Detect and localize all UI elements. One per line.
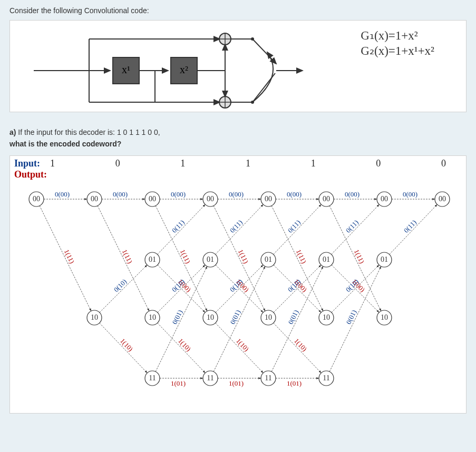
svg-text:11: 11 bbox=[323, 374, 329, 382]
svg-line-29 bbox=[98, 206, 149, 311]
input-label: Input: bbox=[14, 158, 50, 169]
svg-line-73 bbox=[274, 265, 321, 312]
svg-text:0(00): 0(00) bbox=[403, 190, 417, 198]
svg-text:0(00): 0(00) bbox=[113, 190, 128, 198]
input-bit: 1 bbox=[246, 158, 250, 169]
svg-text:10: 10 bbox=[149, 313, 156, 321]
svg-text:00: 00 bbox=[381, 195, 388, 203]
svg-text:01: 01 bbox=[265, 256, 272, 263]
part-a-label: a) bbox=[9, 128, 16, 136]
svg-text:01: 01 bbox=[207, 256, 214, 263]
svg-text:1(01): 1(01) bbox=[171, 379, 186, 387]
trellis-svg: 0(00)1(11)0(00)1(11)0(10)1(10)0(00)1(11)… bbox=[10, 183, 467, 414]
svg-text:0(00): 0(00) bbox=[287, 190, 302, 198]
svg-text:11: 11 bbox=[149, 374, 156, 382]
svg-line-61 bbox=[216, 323, 264, 373]
svg-text:00: 00 bbox=[323, 195, 330, 203]
svg-text:01: 01 bbox=[149, 256, 156, 263]
svg-line-45 bbox=[158, 323, 206, 373]
input-bit: 1 bbox=[50, 158, 55, 169]
svg-text:01: 01 bbox=[381, 256, 388, 263]
svg-text:0(11): 0(11) bbox=[402, 218, 418, 234]
input-bit: 1 bbox=[180, 158, 185, 169]
svg-text:1(11): 1(11) bbox=[63, 248, 76, 264]
svg-text:11: 11 bbox=[265, 374, 271, 382]
intro-text: Consider the following Convolutional cod… bbox=[9, 6, 467, 15]
generator-polynomials: G₁(x)=1+x² G₂(x)=1+x¹+x² bbox=[361, 28, 434, 59]
svg-line-97 bbox=[390, 204, 438, 254]
input-bit: 0 bbox=[376, 158, 381, 169]
svg-text:00: 00 bbox=[265, 195, 272, 203]
svg-line-31 bbox=[100, 265, 147, 312]
g1-equation: G₁(x)=1+x² bbox=[361, 28, 434, 44]
svg-line-55 bbox=[216, 204, 264, 254]
svg-text:10: 10 bbox=[323, 313, 330, 321]
svg-text:0(11): 0(11) bbox=[170, 218, 186, 234]
svg-text:1(10): 1(10) bbox=[293, 337, 308, 353]
encoder-circuit-svg: x¹ x² bbox=[10, 21, 305, 113]
svg-text:01: 01 bbox=[323, 256, 330, 263]
input-row: Input: 1011100 bbox=[10, 156, 466, 169]
output-label: Output: bbox=[10, 169, 466, 180]
svg-text:10: 10 bbox=[207, 313, 214, 321]
svg-text:0(11): 0(11) bbox=[228, 218, 244, 234]
input-bit: 0 bbox=[441, 158, 446, 169]
svg-text:1(01): 1(01) bbox=[229, 379, 244, 387]
svg-text:1(11): 1(11) bbox=[121, 248, 134, 264]
svg-text:00: 00 bbox=[33, 195, 40, 203]
svg-line-33 bbox=[100, 323, 148, 373]
svg-line-87 bbox=[332, 204, 380, 254]
svg-text:0(10): 0(10) bbox=[112, 278, 129, 294]
input-bit: 0 bbox=[115, 158, 120, 169]
svg-line-25 bbox=[40, 206, 91, 311]
svg-line-57 bbox=[216, 265, 263, 312]
svg-text:0(00): 0(00) bbox=[229, 190, 244, 198]
part-a-text: If the input for this decoder is: 1 0 1 … bbox=[18, 128, 160, 136]
svg-text:1(01): 1(01) bbox=[287, 379, 302, 387]
reg2-label: x² bbox=[180, 64, 188, 75]
svg-line-71 bbox=[274, 204, 322, 254]
svg-line-77 bbox=[274, 323, 322, 373]
svg-text:0(00): 0(00) bbox=[55, 190, 70, 198]
svg-line-91 bbox=[332, 265, 379, 312]
svg-text:1(10): 1(10) bbox=[235, 337, 250, 353]
svg-text:10: 10 bbox=[265, 313, 272, 321]
svg-line-89 bbox=[332, 265, 379, 312]
svg-text:0(11): 0(11) bbox=[286, 218, 302, 234]
svg-text:1(10): 1(10) bbox=[119, 337, 134, 353]
g2-equation: G₂(x)=1+x¹+x² bbox=[361, 44, 434, 59]
svg-text:1(11): 1(11) bbox=[295, 248, 308, 264]
svg-text:00: 00 bbox=[91, 195, 98, 203]
svg-text:1(11): 1(11) bbox=[237, 248, 250, 264]
svg-line-39 bbox=[158, 204, 206, 254]
svg-line-43 bbox=[158, 265, 205, 312]
svg-text:00: 00 bbox=[149, 195, 156, 203]
svg-text:1(11): 1(11) bbox=[353, 248, 366, 264]
svg-text:11: 11 bbox=[207, 374, 213, 382]
circuit-diagram: x¹ x² G₁(x)=1+x² bbox=[9, 20, 467, 112]
svg-line-75 bbox=[274, 265, 321, 312]
svg-text:1(11): 1(11) bbox=[179, 248, 192, 264]
svg-line-41 bbox=[158, 265, 205, 312]
svg-text:00: 00 bbox=[439, 195, 446, 203]
part-a-question: what is the encoded codeword? bbox=[9, 140, 467, 148]
part-a-prompt: a) If the input for this decoder is: 1 0… bbox=[9, 128, 467, 136]
input-bit: 1 bbox=[311, 158, 316, 169]
svg-text:10: 10 bbox=[381, 313, 388, 321]
svg-text:0(11): 0(11) bbox=[344, 218, 360, 234]
input-values: 1011100 bbox=[50, 158, 462, 169]
reg1-label: x¹ bbox=[122, 64, 130, 75]
svg-text:1(10): 1(10) bbox=[177, 337, 192, 353]
svg-text:0(00): 0(00) bbox=[345, 190, 360, 198]
trellis-diagram: Input: 1011100 Output: 0(00)1(11)0(00)1(… bbox=[9, 155, 467, 414]
svg-text:00: 00 bbox=[207, 195, 214, 203]
svg-text:10: 10 bbox=[91, 313, 98, 321]
svg-text:0(00): 0(00) bbox=[171, 190, 186, 198]
svg-line-59 bbox=[216, 265, 263, 312]
